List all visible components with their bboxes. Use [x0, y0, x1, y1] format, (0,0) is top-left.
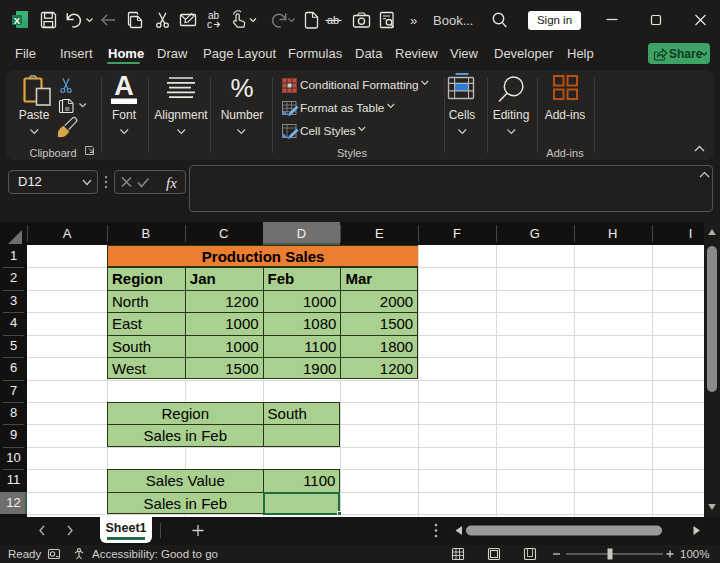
svg-text:X: X [14, 15, 21, 26]
svg-text:%: % [230, 73, 253, 103]
svg-text:A: A [114, 71, 134, 101]
svg-text:fx: fx [166, 175, 177, 191]
svg-text:»: » [410, 13, 417, 28]
svg-text:c: c [207, 19, 212, 30]
